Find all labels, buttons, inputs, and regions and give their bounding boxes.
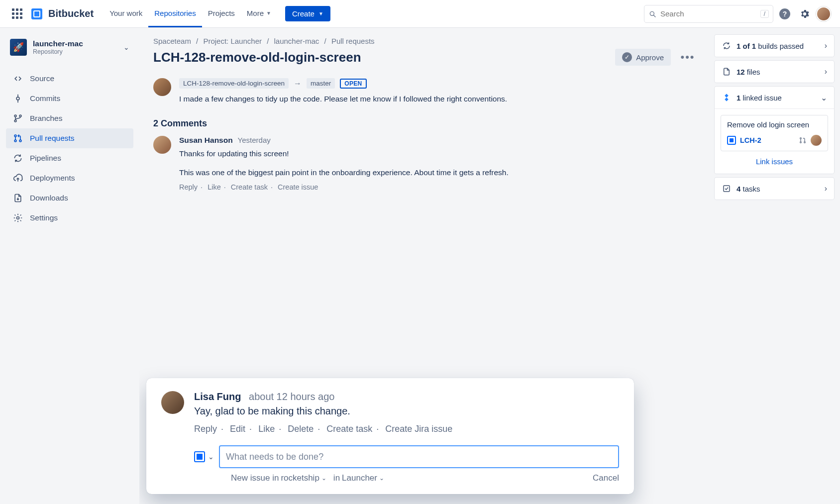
- svg-point-7: [19, 115, 21, 117]
- comment-action-create-task[interactable]: Create task: [231, 183, 268, 191]
- panel-builds[interactable]: 1 of 1 builds passed ›: [715, 35, 834, 57]
- svg-point-11: [17, 217, 19, 219]
- linked-issue-title: Remove old login screen: [727, 120, 822, 129]
- comments-heading: 2 Comments: [153, 118, 697, 129]
- callout-action-delete[interactable]: Delete: [288, 424, 314, 434]
- sidebar-item-label: Settings: [30, 213, 58, 222]
- nav-your-work-label: Your work: [109, 9, 142, 17]
- source-branch[interactable]: LCH-128-remove-old-login-screen: [179, 78, 289, 89]
- sidebar-item-downloads[interactable]: Downloads: [6, 188, 133, 208]
- breadcrumb-separator: /: [264, 37, 272, 45]
- nav-projects-label: Projects: [208, 9, 235, 17]
- sidebar-item-settings[interactable]: Settings: [6, 208, 133, 228]
- gear-icon: [13, 213, 23, 223]
- callout-action-like[interactable]: Like: [258, 424, 275, 434]
- issue-space-picker[interactable]: in Launcher ⌄: [333, 473, 384, 483]
- sidebar-item-source[interactable]: Source: [6, 69, 133, 89]
- svg-point-12: [800, 138, 802, 139]
- sidebar: launcher-mac Repository ⌄ Source Commits: [0, 28, 139, 504]
- breadcrumb-item[interactable]: Spaceteam: [153, 37, 191, 45]
- create-button[interactable]: Create ▼: [285, 6, 330, 21]
- chevron-right-icon: ›: [825, 67, 827, 76]
- app-body: launcher-mac Repository ⌄ Source Commits: [0, 28, 840, 504]
- nav-projects[interactable]: Projects: [202, 0, 241, 27]
- linked-issue-card[interactable]: Remove old login screen LCH-2: [721, 115, 828, 151]
- author-avatar[interactable]: [153, 78, 171, 96]
- comment-action-create-issue[interactable]: Create issue: [278, 183, 318, 191]
- breadcrumb-separator: /: [193, 37, 201, 45]
- panel-builds-text: 1 of 1 builds passed: [736, 42, 820, 50]
- comment-avatar[interactable]: [153, 136, 171, 154]
- sidebar-item-pipelines[interactable]: Pipelines: [6, 148, 133, 168]
- sidebar-item-deployments[interactable]: Deployments: [6, 168, 133, 188]
- comment-body-line: This was one of the biggest pain point i…: [179, 167, 517, 178]
- page-title: LCH-128-remove-old-login-screen: [153, 50, 607, 65]
- search-box[interactable]: /: [644, 5, 773, 23]
- callout-actions: Reply· Edit· Like· Delete· Create task· …: [194, 424, 619, 434]
- sidebar-item-branches[interactable]: Branches: [6, 108, 133, 128]
- sidebar-item-label: Branches: [30, 114, 62, 123]
- comment-action-like[interactable]: Like: [208, 183, 221, 191]
- approve-button[interactable]: ✓ Approve: [615, 49, 671, 66]
- gear-icon: [799, 8, 810, 19]
- chevron-down-icon: ⌄: [123, 43, 129, 51]
- sidebar-item-commits[interactable]: Commits: [6, 89, 133, 108]
- callout-action-create-jira-issue[interactable]: Create Jira issue: [385, 424, 452, 434]
- issue-project-picker[interactable]: New issue in rocketship ⌄: [231, 473, 326, 483]
- svg-point-10: [19, 140, 21, 142]
- sidebar-item-label: Commits: [30, 94, 60, 103]
- app-switcher-icon[interactable]: [9, 5, 25, 22]
- panel-tasks-text: 4 tasks: [736, 185, 820, 193]
- more-actions-button[interactable]: •••: [679, 48, 697, 66]
- callout-action-edit[interactable]: Edit: [230, 424, 245, 434]
- nav-more[interactable]: More ▼: [241, 0, 277, 27]
- assignee-avatar: [811, 135, 822, 146]
- search-input[interactable]: [656, 9, 760, 18]
- pull-request-icon: [799, 136, 807, 144]
- bitbucket-logo-icon[interactable]: [31, 8, 42, 19]
- chevron-down-icon: ▼: [266, 10, 271, 16]
- check-icon: ✓: [622, 52, 632, 62]
- callout-action-reply[interactable]: Reply: [194, 424, 217, 434]
- callout-avatar[interactable]: [161, 391, 184, 414]
- panel-tasks[interactable]: 4 tasks ›: [715, 178, 834, 200]
- commit-icon: [13, 94, 23, 103]
- issue-type-picker[interactable]: ⌄: [194, 451, 214, 462]
- nav-repositories-label: Repositories: [154, 9, 196, 17]
- repo-switcher[interactable]: launcher-mac Repository ⌄: [6, 36, 133, 59]
- profile-avatar[interactable]: [816, 6, 831, 21]
- nav-your-work[interactable]: Your work: [104, 0, 148, 27]
- breadcrumb-item[interactable]: Pull requests: [331, 37, 375, 45]
- top-nav: Bitbucket Your work Repositories Project…: [0, 0, 840, 28]
- linked-issue-key: LCH-2: [740, 136, 761, 144]
- target-branch[interactable]: master: [307, 78, 335, 89]
- callout-author: Lisa Fung: [194, 391, 241, 402]
- nav-repositories[interactable]: Repositories: [148, 0, 202, 27]
- cloud-upload-icon: [13, 173, 23, 183]
- nav-more-label: More: [247, 9, 264, 17]
- help-button[interactable]: ?: [776, 5, 793, 22]
- primary-nav: Your work Repositories Projects More ▼: [104, 0, 277, 27]
- link-issues-button[interactable]: Link issues: [756, 157, 793, 166]
- create-button-label: Create: [292, 9, 315, 18]
- file-icon: [722, 67, 732, 77]
- issue-summary-input[interactable]: [219, 445, 619, 468]
- breadcrumb-item[interactable]: Project: Launcher: [203, 37, 262, 45]
- cancel-button[interactable]: Cancel: [593, 473, 619, 483]
- repo-subtitle: Repository: [33, 48, 83, 55]
- comment-callout: Lisa Fung about 12 hours ago Yay, glad t…: [146, 378, 634, 494]
- chevron-down-icon: ⌄: [821, 93, 827, 102]
- main-content: Spaceteam / Project: Launcher / launcher…: [139, 28, 711, 504]
- comment-action-reply[interactable]: Reply: [179, 183, 198, 191]
- pull-request-icon: [13, 133, 23, 143]
- sidebar-item-label: Deployments: [30, 174, 75, 183]
- panel-linked-issues-header[interactable]: 1 linked issue ⌄: [715, 87, 834, 108]
- breadcrumb-item[interactable]: launcher-mac: [274, 37, 319, 45]
- callout-action-create-task[interactable]: Create task: [326, 424, 372, 434]
- sidebar-item-pull-requests[interactable]: Pull requests: [6, 128, 133, 148]
- repo-name: launcher-mac: [33, 39, 83, 48]
- panel-files[interactable]: 12 files ›: [715, 61, 834, 83]
- svg-point-9: [14, 140, 16, 142]
- sidebar-item-label: Downloads: [30, 194, 68, 202]
- settings-button[interactable]: [796, 5, 813, 22]
